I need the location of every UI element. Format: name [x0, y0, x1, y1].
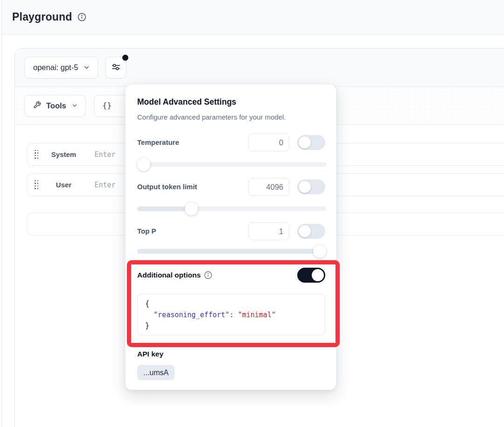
output-token-limit-toggle[interactable] [297, 179, 325, 194]
additional-options-label: Additional options [137, 267, 212, 284]
toggle-knob [299, 225, 311, 237]
temperature-label: Temperature [137, 134, 179, 151]
code-value: "minimal" [238, 311, 276, 319]
model-select-button[interactable]: openai: gpt-5 [24, 57, 98, 78]
model-select-label: openai: gpt-5 [33, 63, 78, 72]
api-key-label: API key [137, 350, 163, 358]
output-token-limit-slider[interactable] [137, 206, 326, 211]
code-indent [145, 311, 154, 319]
output-token-limit-label: Output token limit [137, 178, 197, 196]
message-placeholder: Enter [95, 150, 116, 159]
code-colon: : [230, 311, 234, 319]
toggle-knob [312, 269, 324, 281]
popover-subtitle: Configure advanced parameters for your m… [137, 113, 286, 121]
wrench-icon [33, 101, 41, 111]
tools-button[interactable]: Tools [24, 95, 86, 117]
api-key-value-badge[interactable]: ...umsA [137, 365, 175, 380]
slider-fill [137, 249, 326, 254]
settings-notification-dot [122, 55, 128, 61]
top-p-input[interactable] [248, 222, 289, 240]
additional-options-json-editor[interactable]: { "reasoning_effort": "minimal" } [137, 294, 325, 335]
drag-handle-icon[interactable] [35, 180, 39, 190]
output-token-limit-input[interactable] [248, 178, 289, 196]
additional-options-toggle[interactable] [297, 268, 325, 283]
drag-handle-icon[interactable] [35, 150, 39, 159]
top-p-label: Top P [137, 222, 156, 240]
model-settings-button[interactable] [105, 57, 126, 78]
top-p-slider[interactable] [137, 249, 326, 254]
message-role-label: User [45, 181, 83, 189]
popover-title: Model Advanced Settings [137, 97, 236, 107]
slider-handle[interactable] [185, 202, 198, 215]
model-bar: openai: gpt-5 [15, 49, 504, 87]
message-placeholder: Enter [95, 181, 116, 189]
code-space [234, 311, 238, 319]
temperature-slider[interactable] [137, 162, 326, 167]
code-brace: } [145, 321, 149, 330]
temperature-toggle[interactable] [297, 135, 325, 150]
page-header: Playground [2, 0, 504, 35]
info-icon[interactable] [204, 271, 212, 279]
model-advanced-settings-popover: Model Advanced Settings Configure advanc… [125, 84, 336, 390]
json-button-label: {} [103, 101, 112, 110]
chevron-down-icon [71, 102, 78, 109]
chevron-down-icon [83, 64, 90, 71]
toggle-knob [299, 136, 311, 149]
page: Playground openai: gpt-5 [1, 0, 504, 427]
toggle-knob [299, 181, 311, 193]
tools-button-label: Tools [46, 101, 66, 110]
page-title: Playground [12, 11, 72, 23]
message-role-label: System [45, 150, 83, 158]
slider-handle[interactable] [137, 158, 150, 171]
slider-handle[interactable] [313, 245, 326, 258]
code-brace: { [145, 299, 149, 308]
info-icon[interactable] [77, 13, 86, 21]
top-p-toggle[interactable] [297, 224, 325, 239]
code-key: "reasoning_effort" [154, 311, 230, 319]
slider-fill [137, 206, 188, 211]
temperature-input[interactable] [248, 134, 289, 151]
additional-options-text: Additional options [137, 267, 201, 284]
sliders-icon [111, 62, 121, 73]
